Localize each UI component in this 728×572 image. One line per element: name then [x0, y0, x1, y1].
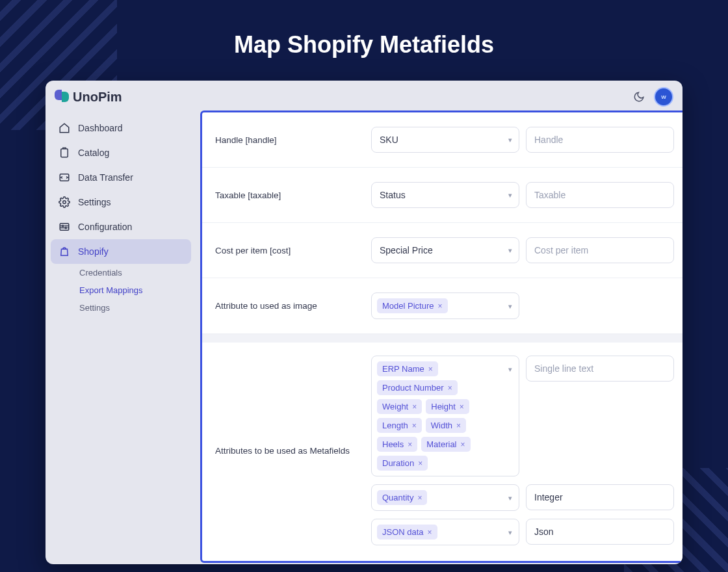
sidebar: Dashboard Catalog Data Transfer Settings… [46, 113, 196, 564]
home-icon [58, 122, 70, 134]
sidebar-item-settings[interactable]: Settings [51, 190, 191, 214]
chevron-down-icon: ▾ [508, 494, 512, 502]
metafield-row: Quantity×▾Integer [371, 484, 674, 511]
chip-remove-icon[interactable]: × [456, 421, 461, 430]
chevron-down-icon: ▾ [508, 136, 512, 144]
svg-point-5 [65, 227, 66, 228]
sidebar-item-data-transfer[interactable]: Data Transfer [51, 165, 191, 190]
chevron-down-icon: ▾ [508, 191, 512, 200]
sidebar-item-catalog[interactable]: Catalog [51, 140, 191, 165]
metafield-row: ERP Name×Product Number×Weight×Height×Le… [371, 356, 674, 476]
field-label: Attributes to be used as Metafields [215, 446, 350, 456]
chip: Height× [426, 399, 469, 414]
sidebar-item-label: Shopify [78, 246, 109, 257]
sidebar-item-label: Configuration [78, 222, 132, 232]
submenu-export-mappings[interactable]: Export Mappings [77, 281, 191, 299]
chip: Model Picture× [377, 298, 448, 313]
chip-label: ERP Name [382, 364, 424, 374]
submenu-settings[interactable]: Settings [77, 299, 191, 317]
chevron-down-icon: ▾ [508, 528, 512, 537]
chip-label: Heels [382, 439, 404, 449]
chip-remove-icon[interactable]: × [412, 402, 417, 411]
svg-point-4 [62, 225, 64, 226]
shopify-submenu: Credentials Export Mappings Settings [51, 264, 191, 317]
chip: Quantity× [377, 490, 427, 505]
chip-remove-icon[interactable]: × [437, 302, 442, 311]
select-value: Status [380, 190, 406, 200]
brand-name: UnoPim [73, 90, 122, 105]
page-title: Map Shopify Metafields [0, 0, 728, 81]
chip: Width× [426, 418, 466, 433]
handle-default-input[interactable]: Handle [526, 127, 674, 153]
cost-default-input[interactable]: Cost per item [526, 237, 674, 263]
chevron-down-icon: ▾ [508, 246, 512, 255]
chip-label: Material [426, 439, 456, 449]
chip-label: Width [431, 421, 452, 430]
chip-label: JSON data [382, 527, 424, 537]
metafield-attribute-select[interactable]: JSON data×▾ [371, 519, 519, 545]
metafield-attribute-select[interactable]: Quantity×▾ [371, 484, 519, 511]
metafield-type-input[interactable]: Integer [526, 484, 674, 510]
clipboard-icon [58, 147, 70, 159]
bag-icon [58, 246, 70, 257]
mapping-panel: Handle [handle] SKU ▾ Handle Taxable [ta… [200, 110, 682, 563]
chevron-down-icon: ▾ [508, 365, 512, 374]
sidebar-item-label: Settings [78, 197, 111, 207]
topbar: UnoPim W [46, 81, 682, 113]
chip-remove-icon[interactable]: × [460, 402, 464, 411]
taxable-select[interactable]: Status ▾ [371, 182, 519, 208]
field-label: Handle [handle] [215, 135, 365, 145]
chip-remove-icon[interactable]: × [408, 440, 412, 449]
transfer-icon [58, 172, 70, 183]
chip-label: Height [431, 402, 456, 411]
section-divider [202, 333, 682, 343]
chip-label: Duration [382, 458, 414, 468]
chip-remove-icon[interactable]: × [448, 384, 452, 393]
chip-label: Length [382, 421, 408, 430]
svg-rect-3 [60, 224, 69, 231]
svg-point-2 [63, 201, 66, 204]
field-row-taxable: Taxable [taxable] Status ▾ Taxable [202, 168, 682, 223]
field-row-cost: Cost per item [cost] Special Price ▾ Cos… [202, 223, 682, 278]
cost-select[interactable]: Special Price ▾ [371, 237, 519, 263]
chip-remove-icon[interactable]: × [428, 365, 433, 374]
chip-label: Quantity [382, 493, 413, 502]
chip-label: Product Number [382, 383, 444, 393]
gear-icon [58, 196, 70, 208]
metafields-section: Attributes to be used as Metafields ERP … [202, 343, 682, 549]
svg-rect-0 [61, 149, 68, 157]
select-value: Special Price [380, 245, 433, 255]
handle-select[interactable]: SKU ▾ [371, 127, 519, 153]
app-window: UnoPim W Dashboard Catalog Data Transfer [46, 81, 682, 564]
chip: Length× [377, 418, 422, 433]
sidebar-item-configuration[interactable]: Configuration [51, 214, 191, 239]
chip-remove-icon[interactable]: × [428, 528, 432, 537]
chip: Product Number× [377, 380, 458, 395]
sidebar-item-label: Data Transfer [78, 172, 133, 183]
metafield-type-input[interactable]: Json [526, 519, 674, 545]
field-label: Cost per item [cost] [215, 246, 365, 255]
field-row-image: Attribute to used as image Model Picture… [202, 278, 682, 333]
sidebar-item-label: Catalog [78, 148, 109, 158]
metafield-type-input[interactable]: Single line text [526, 356, 674, 382]
chip-remove-icon[interactable]: × [417, 493, 422, 502]
avatar[interactable]: W [654, 87, 673, 107]
sidebar-item-dashboard[interactable]: Dashboard [51, 116, 191, 140]
taxable-default-input[interactable]: Taxable [526, 182, 674, 208]
image-attribute-select[interactable]: Model Picture× ▾ [371, 292, 519, 319]
metafield-attribute-select[interactable]: ERP Name×Product Number×Weight×Height×Le… [371, 356, 519, 476]
chip-remove-icon[interactable]: × [418, 459, 422, 468]
chip-remove-icon[interactable]: × [461, 440, 465, 449]
chip: Heels× [377, 437, 417, 452]
field-row-handle: Handle [handle] SKU ▾ Handle [202, 112, 682, 168]
sidebar-item-shopify[interactable]: Shopify [51, 239, 191, 264]
chip: ERP Name× [377, 361, 438, 376]
sidebar-item-label: Dashboard [78, 123, 123, 133]
dark-mode-icon[interactable] [633, 91, 645, 103]
chip-remove-icon[interactable]: × [412, 421, 417, 430]
sliders-icon [58, 221, 70, 233]
metafield-row: JSON data×▾Json [371, 519, 674, 545]
chevron-down-icon: ▾ [508, 302, 512, 311]
submenu-credentials[interactable]: Credentials [77, 264, 191, 281]
field-label: Taxable [taxable] [215, 190, 365, 200]
